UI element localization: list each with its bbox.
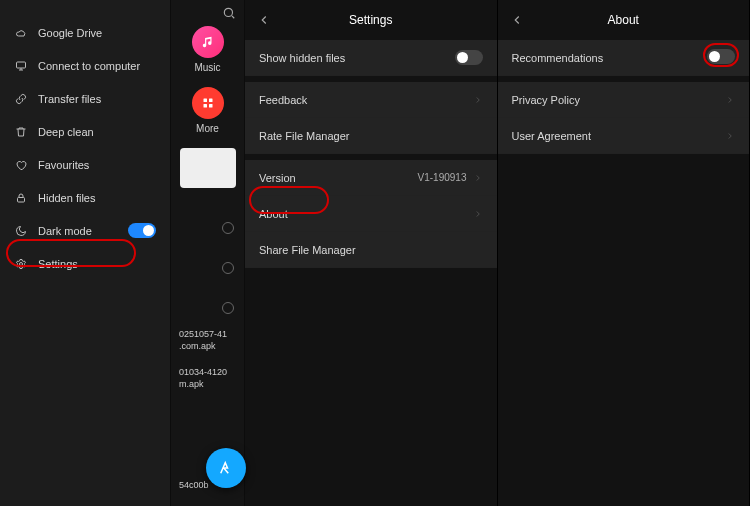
about-panel: About Recommendations Privacy Policy Use…: [498, 0, 751, 506]
back-button[interactable]: [510, 13, 524, 27]
svg-rect-6: [203, 104, 207, 108]
drawer-item-label: Connect to computer: [38, 60, 140, 72]
drawer-item-label: Google Drive: [38, 27, 102, 39]
row-show-hidden[interactable]: Show hidden files: [245, 40, 497, 76]
drawer-item-label: Dark mode: [38, 225, 92, 237]
show-hidden-toggle[interactable]: [455, 50, 483, 65]
drawer-item-label: Favourites: [38, 159, 89, 171]
row-label: Version: [259, 172, 296, 184]
link-icon: [14, 93, 28, 105]
list-item[interactable]: [171, 208, 244, 248]
list-item[interactable]: [171, 288, 244, 328]
grid-icon: [192, 87, 224, 119]
drawer-item-connect-computer[interactable]: Connect to computer: [0, 49, 170, 82]
dark-mode-toggle[interactable]: [128, 223, 156, 238]
drawer-item-hidden-files[interactable]: Hidden files: [0, 181, 170, 214]
file-strip: Music More 0251057-41 .com.apk 01034-412…: [170, 0, 245, 506]
svg-rect-1: [18, 197, 25, 202]
row-privacy[interactable]: Privacy Policy: [498, 82, 750, 118]
drawer-item-label: Transfer files: [38, 93, 101, 105]
drawer-item-dark-mode[interactable]: Dark mode: [0, 214, 170, 247]
fab-button[interactable]: [206, 448, 246, 488]
file-name[interactable]: 01034-4120 m.apk: [171, 366, 244, 390]
list-item[interactable]: [171, 248, 244, 288]
row-version: Version V1-190913: [245, 160, 497, 196]
svg-point-3: [224, 8, 232, 16]
chevron-right-icon: [725, 131, 735, 141]
svg-rect-5: [209, 99, 213, 103]
settings-header: Settings: [245, 0, 497, 40]
row-label: Rate File Manager: [259, 130, 350, 142]
music-icon: [192, 26, 224, 58]
cloud-icon: [14, 27, 28, 39]
row-label: Recommendations: [512, 52, 604, 64]
chevron-right-icon: [725, 95, 735, 105]
row-label: Share File Manager: [259, 244, 356, 256]
monitor-icon: [14, 60, 28, 72]
svg-rect-0: [17, 62, 26, 68]
radio-icon: [222, 262, 234, 274]
drawer-item-label: Deep clean: [38, 126, 94, 138]
drawer-item-transfer-files[interactable]: Transfer files: [0, 82, 170, 115]
chevron-right-icon: [473, 95, 483, 105]
version-value: V1-190913: [418, 172, 467, 183]
row-share[interactable]: Share File Manager: [245, 232, 497, 268]
drawer-item-label: Settings: [38, 258, 78, 270]
chevron-right-icon: [473, 209, 483, 219]
row-label: Show hidden files: [259, 52, 345, 64]
file-name[interactable]: 0251057-41 .com.apk: [171, 328, 244, 352]
back-button[interactable]: [257, 13, 271, 27]
chevron-right-icon: [473, 173, 483, 183]
row-label: Privacy Policy: [512, 94, 580, 106]
drawer: Google Drive Connect to computer Transfe…: [0, 0, 170, 506]
drawer-item-label: Hidden files: [38, 192, 95, 204]
drawer-item-google-drive[interactable]: Google Drive: [0, 16, 170, 49]
row-recommendations[interactable]: Recommendations: [498, 40, 750, 76]
radio-icon: [222, 222, 234, 234]
lock-icon: [14, 192, 28, 204]
row-label: User Agreement: [512, 130, 591, 142]
svg-point-2: [20, 262, 23, 265]
category-more[interactable]: More: [192, 87, 224, 134]
category-label: More: [196, 123, 219, 134]
category-label: Music: [194, 62, 220, 73]
recommendations-toggle[interactable]: [707, 49, 735, 64]
row-label: Feedback: [259, 94, 307, 106]
gear-icon: [14, 258, 28, 270]
trash-icon: [14, 126, 28, 138]
radio-icon: [222, 302, 234, 314]
row-label: About: [259, 208, 288, 220]
search-icon[interactable]: [222, 6, 236, 20]
moon-icon: [14, 225, 28, 237]
row-feedback[interactable]: Feedback: [245, 82, 497, 118]
settings-panel: Settings Show hidden files Feedback Rate…: [245, 0, 498, 506]
svg-rect-4: [203, 99, 207, 103]
row-rate[interactable]: Rate File Manager: [245, 118, 497, 154]
drawer-item-favourites[interactable]: Favourites: [0, 148, 170, 181]
category-music[interactable]: Music: [192, 26, 224, 73]
drawer-item-settings[interactable]: Settings: [0, 247, 170, 280]
row-user-agreement[interactable]: User Agreement: [498, 118, 750, 154]
about-title: About: [608, 13, 639, 27]
svg-rect-7: [209, 104, 213, 108]
heart-icon: [14, 159, 28, 171]
document-thumbnail[interactable]: [180, 148, 236, 188]
drawer-item-deep-clean[interactable]: Deep clean: [0, 115, 170, 148]
settings-title: Settings: [349, 13, 392, 27]
row-about[interactable]: About: [245, 196, 497, 232]
about-header: About: [498, 0, 750, 40]
